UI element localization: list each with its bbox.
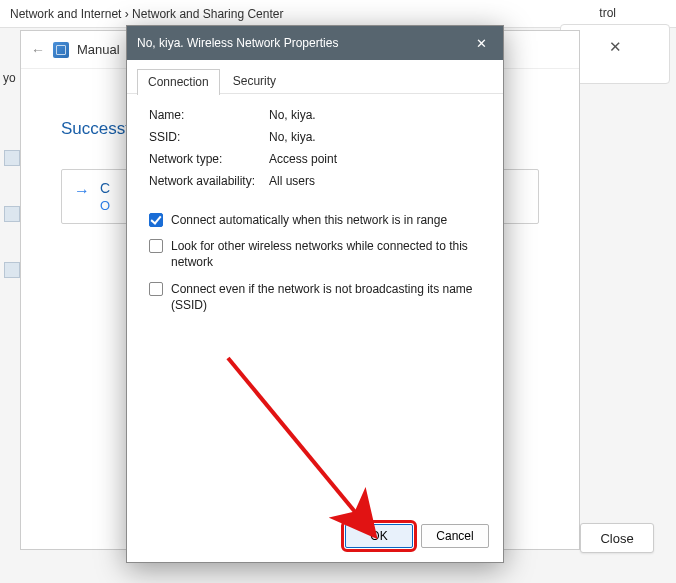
thumb-icon — [4, 262, 20, 278]
avail-value: All users — [269, 174, 485, 188]
ssid-value: No, kiya. — [269, 130, 485, 144]
cancel-button[interactable]: Cancel — [421, 524, 489, 548]
ok-button[interactable]: OK — [345, 524, 413, 548]
ssid-label: SSID: — [149, 130, 269, 144]
arrow-right-icon: → — [74, 182, 90, 200]
avail-label: Network availability: — [149, 174, 269, 188]
dialog-title: No, kiya. Wireless Network Properties — [137, 36, 338, 50]
name-label: Name: — [149, 108, 269, 122]
type-label: Network type: — [149, 152, 269, 166]
back-arrow-icon[interactable]: ← — [31, 42, 45, 58]
wireless-properties-dialog: No, kiya. Wireless Network Properties ✕ … — [126, 25, 504, 563]
checkbox-row-hidden[interactable]: Connect even if the network is not broad… — [149, 281, 485, 313]
dialog-button-bar: OK Cancel — [127, 514, 503, 562]
tab-connection-label: Connection — [148, 75, 209, 89]
type-value: Access point — [269, 152, 485, 166]
yo-text: yo — [3, 71, 16, 85]
checkbox-auto-label: Connect automatically when this network … — [171, 212, 447, 228]
tab-connection[interactable]: Connection — [137, 69, 220, 95]
ok-button-label: OK — [370, 529, 387, 543]
checkbox-row-auto[interactable]: Connect automatically when this network … — [149, 212, 485, 228]
wizard-app-icon — [53, 42, 69, 58]
checkbox-look-label: Look for other wireless networks while c… — [171, 238, 485, 270]
close-button[interactable]: Close — [580, 523, 654, 553]
properties-table: Name: No, kiya. SSID: No, kiya. Network … — [149, 108, 485, 188]
thumb-icon — [4, 206, 20, 222]
cancel-button-label: Cancel — [436, 529, 473, 543]
breadcrumb-text: Network and Internet › Network and Shari… — [10, 7, 283, 21]
dialog-titlebar: No, kiya. Wireless Network Properties ✕ — [127, 26, 503, 60]
name-value: No, kiya. — [269, 108, 485, 122]
close-button-label: Close — [600, 531, 633, 546]
dialog-tabs: Connection Security — [127, 60, 503, 94]
checkbox-auto[interactable] — [149, 213, 163, 227]
close-icon[interactable]: ✕ — [469, 31, 493, 55]
wizard-title: Manual — [77, 42, 120, 57]
checkbox-hidden-label: Connect even if the network is not broad… — [171, 281, 485, 313]
dialog-content: Name: No, kiya. SSID: No, kiya. Network … — [127, 93, 503, 514]
option-sub-text: O — [100, 198, 110, 213]
thumb-icon — [4, 150, 20, 166]
checkbox-hidden[interactable] — [149, 282, 163, 296]
tab-security-label: Security — [233, 74, 276, 88]
checkbox-look[interactable] — [149, 239, 163, 253]
checkbox-row-look[interactable]: Look for other wireless networks while c… — [149, 238, 485, 270]
option-main-text: C — [100, 180, 110, 196]
tab-security[interactable]: Security — [222, 68, 287, 94]
background-close-icon[interactable]: ✕ — [609, 38, 622, 56]
top-right-text: trol — [599, 6, 616, 20]
